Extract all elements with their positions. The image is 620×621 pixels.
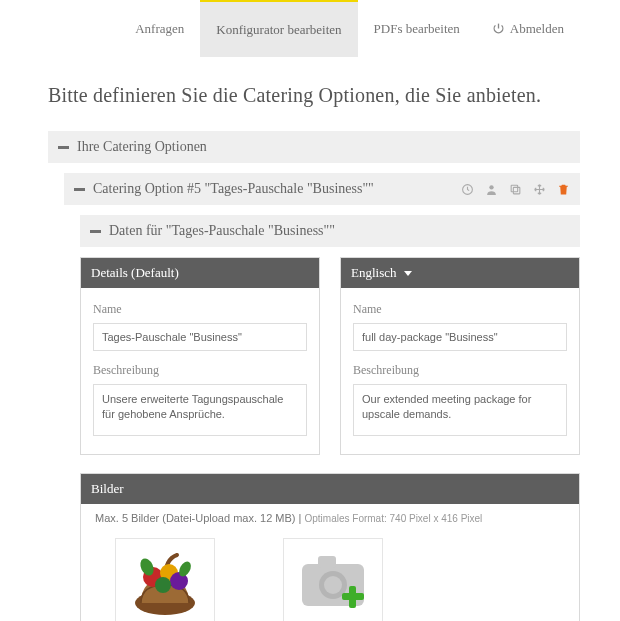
svg-point-1 — [489, 185, 493, 189]
svg-rect-12 — [318, 556, 336, 568]
collapse-icon — [90, 230, 101, 233]
desc-textarea-english[interactable] — [353, 384, 567, 436]
desc-label: Beschreibung — [93, 363, 307, 378]
page-title: Bitte definieren Sie die Catering Option… — [48, 84, 580, 107]
name-input-default[interactable] — [93, 323, 307, 351]
copy-icon[interactable] — [508, 182, 522, 196]
nav-label: PDFs bearbeiten — [374, 21, 460, 37]
move-icon[interactable] — [532, 182, 546, 196]
nav-label: Anfragen — [135, 21, 184, 37]
image-thumb-1: dieses Bild löschen — [95, 538, 235, 621]
add-image-box[interactable] — [283, 538, 383, 621]
top-nav: Anfragen Konfigurator bearbeiten PDFs be… — [0, 0, 620, 58]
accordion-catering-option-5[interactable]: Catering Option #5 "Tages-Pauschale "Bus… — [64, 173, 580, 205]
accordion-data-for-option[interactable]: Daten für "Tages-Pauschale "Business"" — [80, 215, 580, 247]
svg-rect-2 — [513, 187, 520, 194]
name-label: Name — [93, 302, 307, 317]
nav-anfragen[interactable]: Anfragen — [119, 0, 200, 57]
collapse-icon — [74, 188, 85, 191]
chevron-down-icon — [404, 271, 412, 276]
panel-details-english: Englisch Name Beschreibung — [340, 257, 580, 455]
svg-point-8 — [155, 577, 171, 593]
svg-rect-3 — [511, 185, 518, 192]
name-input-english[interactable] — [353, 323, 567, 351]
svg-point-14 — [324, 576, 342, 594]
thumb-image[interactable] — [115, 538, 215, 621]
desc-textarea-default[interactable] — [93, 384, 307, 436]
nav-abmelden[interactable]: Abmelden — [476, 0, 580, 57]
accordion-catering-options[interactable]: Ihre Catering Optionen — [48, 131, 580, 163]
svg-rect-16 — [342, 593, 364, 600]
panel-header-dropdown[interactable]: Englisch — [341, 258, 579, 288]
nav-label: Konfigurator bearbeiten — [216, 22, 341, 38]
collapse-icon — [58, 146, 69, 149]
clock-icon[interactable] — [460, 182, 474, 196]
accordion-label: Ihre Catering Optionen — [77, 139, 207, 155]
option-toolbar — [460, 182, 570, 196]
desc-label: Beschreibung — [353, 363, 567, 378]
user-icon[interactable] — [484, 182, 498, 196]
bilder-hint: Max. 5 Bilder (Datei-Upload max. 12 MB) … — [95, 512, 565, 524]
nav-label: Abmelden — [510, 21, 564, 37]
panel-details-default: Details (Default) Name Beschreibung — [80, 257, 320, 455]
trash-icon[interactable] — [556, 182, 570, 196]
power-icon — [492, 22, 505, 35]
nav-pdfs[interactable]: PDFs bearbeiten — [358, 0, 476, 57]
panel-title: Details (Default) — [91, 265, 179, 281]
panel-bilder: Bilder Max. 5 Bilder (Datei-Upload max. … — [80, 473, 580, 621]
hint-small: Optimales Format: 740 Pixel x 416 Pixel — [304, 513, 482, 524]
image-thumb-add: Bild hinzufügen — [263, 538, 403, 621]
accordion-label: Catering Option #5 "Tages-Pauschale "Bus… — [93, 181, 374, 197]
panel-header: Bilder — [81, 474, 579, 504]
name-label: Name — [353, 302, 567, 317]
accordion-label: Daten für "Tages-Pauschale "Business"" — [109, 223, 335, 239]
panel-title: Bilder — [91, 481, 124, 497]
hint-main: Max. 5 Bilder (Datei-Upload max. 12 MB) … — [95, 512, 304, 524]
panel-header: Details (Default) — [81, 258, 319, 288]
nav-konfigurator[interactable]: Konfigurator bearbeiten — [200, 0, 357, 57]
panel-title: Englisch — [351, 265, 397, 281]
